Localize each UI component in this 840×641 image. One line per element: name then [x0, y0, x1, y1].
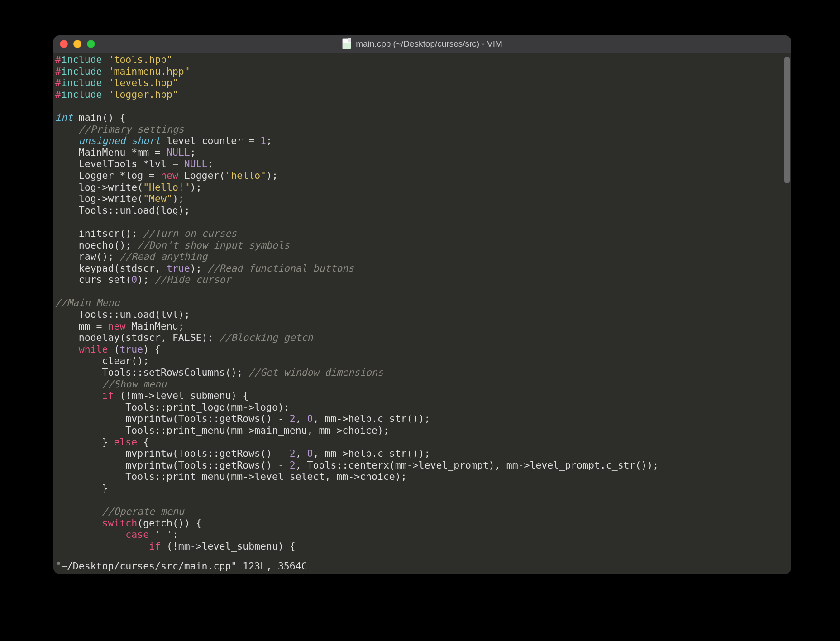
number: 2 — [290, 448, 296, 459]
number: 1 — [260, 135, 266, 146]
code-text: level_counter = — [161, 135, 260, 146]
code-text: ); — [190, 182, 202, 193]
traffic-lights — [53, 40, 95, 48]
code-text: clear(); — [55, 355, 149, 366]
preproc-hash: # — [55, 66, 61, 77]
null-literal: NULL — [167, 147, 190, 158]
boolean: true — [119, 344, 143, 355]
status-line: "~/Desktop/curses/src/main.cpp" 123L, 35… — [53, 560, 791, 574]
string: "Mew" — [143, 193, 172, 204]
comment: //Turn on curses — [143, 228, 237, 239]
editor-area[interactable]: #include "tools.hpp" #include "mainmenu.… — [53, 53, 791, 560]
include-arg: "mainmenu.hpp" — [108, 66, 190, 77]
code-text: Tools::print_logo(mm->logo); — [55, 402, 290, 413]
number: 0 — [307, 413, 313, 424]
code-text: ); — [137, 274, 155, 285]
code-text: } — [55, 483, 108, 494]
keyword-if: if — [149, 541, 161, 552]
keyword-new: new — [161, 170, 178, 181]
comment: //Primary settings — [79, 124, 184, 135]
string: "Hello!" — [143, 182, 190, 193]
code-text: , mm->help.c_str()); — [313, 448, 430, 459]
keyword-case: case — [125, 529, 149, 540]
code-text: : — [172, 529, 178, 540]
null-literal: NULL — [184, 158, 208, 169]
code-text: ; — [190, 147, 196, 158]
close-icon[interactable] — [60, 40, 68, 48]
scrollbar[interactable] — [783, 53, 791, 560]
comment: //Get window dimensions — [248, 367, 383, 378]
comment: //Read functional buttons — [208, 263, 354, 274]
comment: //Main Menu — [55, 297, 119, 308]
code-editor[interactable]: #include "tools.hpp" #include "mainmenu.… — [53, 53, 783, 560]
comment: //Blocking getch — [219, 332, 313, 343]
code-text: ) { — [143, 344, 161, 355]
preproc-hash: # — [55, 54, 61, 65]
string: "hello" — [225, 170, 266, 181]
number: 2 — [290, 459, 296, 471]
code-text: , — [296, 413, 307, 424]
code-text: , mm->help.c_str()); — [313, 413, 430, 424]
code-text: ); — [172, 193, 184, 204]
preproc-hash: # — [55, 77, 61, 88]
titlebar[interactable]: main.cpp (~/Desktop/curses/src) - VIM — [53, 35, 791, 53]
code-text: MainMenu; — [125, 320, 184, 332]
window-title: main.cpp (~/Desktop/curses/src) - VIM — [53, 38, 791, 49]
code-text: mvprintw(Tools::getRows() - — [55, 448, 290, 459]
code-text: ( — [108, 344, 120, 355]
code-text: ); — [190, 263, 208, 274]
file-icon — [342, 38, 351, 49]
preproc-keyword: include — [61, 77, 102, 88]
code-text: ; — [208, 158, 214, 169]
preproc-hash: # — [55, 89, 61, 100]
preproc-keyword: include — [61, 54, 102, 65]
code-text: nodelay(stdscr, FALSE); — [55, 332, 219, 343]
keyword-while: while — [79, 344, 108, 355]
code-text: mvprintw(Tools::getRows() - — [55, 459, 290, 471]
code-text: (!mm->level_submenu) { — [114, 390, 248, 401]
code-text: mvprintw(Tools::getRows() - — [55, 413, 290, 424]
terminal-window: main.cpp (~/Desktop/curses/src) - VIM #i… — [53, 35, 791, 574]
preproc-keyword: include — [61, 89, 102, 100]
code-text: curs_set( — [55, 274, 131, 285]
code-text: } — [55, 436, 114, 448]
comment: //Don't show input symbols — [137, 239, 290, 251]
type-short: short — [131, 135, 161, 146]
number: 0 — [307, 448, 313, 459]
code-text: mm = — [55, 320, 108, 332]
code-text: ; — [266, 135, 272, 146]
code-text: noecho(); — [55, 239, 137, 251]
include-arg: "logger.hpp" — [108, 89, 178, 100]
include-arg: "levels.hpp" — [108, 77, 178, 88]
type-unsigned: unsigned — [79, 135, 126, 146]
code-text: (getch()) { — [137, 517, 201, 529]
code-text: raw(); — [55, 251, 119, 262]
comment: //Show menu — [102, 378, 167, 390]
keyword-switch: switch — [102, 517, 138, 529]
code-text: , Tools::centerx(mm->level_prompt), mm->… — [296, 459, 659, 471]
code-text: Tools::setRowsColumns(); — [55, 367, 248, 378]
code-text: Logger *log = — [55, 170, 161, 181]
boolean: true — [167, 263, 190, 274]
code-text: log->write( — [55, 193, 143, 204]
code-text: log->write( — [55, 182, 143, 193]
code-text: Tools::unload(log); — [55, 205, 190, 216]
number: 0 — [131, 274, 137, 285]
code-text: initscr(); — [55, 228, 143, 239]
char-literal: ' ' — [155, 529, 172, 540]
code-text: Tools::print_menu(mm->level_select, mm->… — [55, 471, 407, 482]
minimize-icon[interactable] — [73, 40, 81, 48]
keyword-new: new — [108, 320, 126, 332]
comment: //Read anything — [119, 251, 207, 262]
code-text: Tools::unload(lvl); — [55, 309, 190, 320]
type-int: int — [55, 112, 73, 123]
keyword-else: else — [114, 436, 137, 448]
keyword-if: if — [102, 390, 114, 401]
include-arg: "tools.hpp" — [108, 54, 172, 65]
zoom-icon[interactable] — [87, 40, 95, 48]
code-text: MainMenu *mm = — [55, 147, 167, 158]
number: 2 — [290, 413, 296, 424]
code-text: , — [296, 448, 307, 459]
scrollbar-thumb[interactable] — [784, 57, 790, 183]
preproc-keyword: include — [61, 66, 102, 77]
